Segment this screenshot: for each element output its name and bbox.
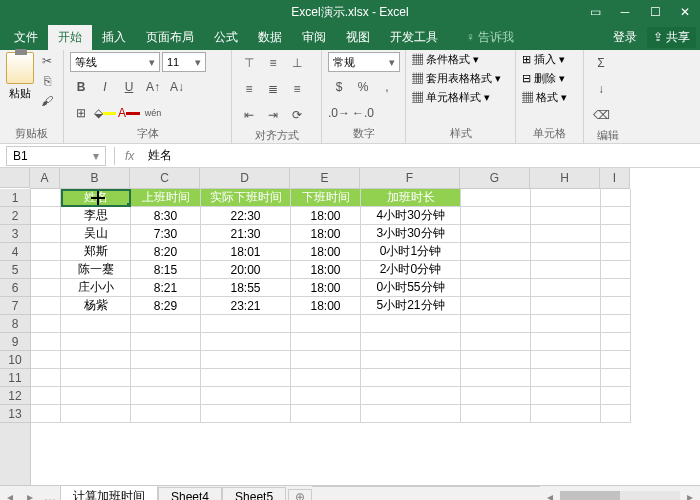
row-header[interactable]: 7 (0, 297, 30, 315)
cell[interactable] (361, 405, 461, 423)
cell[interactable] (201, 333, 291, 351)
cell[interactable] (461, 225, 531, 243)
cell[interactable]: 实际下班时间 (201, 189, 291, 207)
cell[interactable] (461, 261, 531, 279)
cell[interactable] (601, 189, 631, 207)
cell[interactable] (601, 279, 631, 297)
cell[interactable] (31, 225, 61, 243)
conditional-format-button[interactable]: ▦ 条件格式 ▾ (412, 52, 479, 67)
sheet-nav-more[interactable]: … (40, 490, 60, 501)
cell[interactable] (201, 351, 291, 369)
cell[interactable]: 庄小小 (61, 279, 131, 297)
bold-button[interactable]: B (70, 76, 92, 98)
italic-button[interactable]: I (94, 76, 116, 98)
cell[interactable]: 18:01 (201, 243, 291, 261)
cell[interactable]: 加班时长 (361, 189, 461, 207)
row-header[interactable]: 4 (0, 243, 30, 261)
select-all-corner[interactable] (0, 168, 30, 188)
hscroll-right[interactable]: ▸ (680, 490, 700, 501)
cell[interactable] (31, 405, 61, 423)
sheet-nav-prev[interactable]: ◂ (0, 490, 20, 501)
maximize-icon[interactable]: ☐ (640, 0, 670, 24)
tab-dev[interactable]: 开发工具 (380, 25, 448, 50)
cell[interactable] (31, 189, 61, 207)
cell[interactable] (31, 279, 61, 297)
cell[interactable] (31, 315, 61, 333)
cell[interactable] (201, 369, 291, 387)
format-cells-button[interactable]: ▦ 格式 ▾ (522, 90, 567, 105)
cell[interactable] (601, 315, 631, 333)
cell[interactable] (131, 369, 201, 387)
cell[interactable] (461, 315, 531, 333)
cell[interactable] (361, 333, 461, 351)
cell[interactable] (361, 315, 461, 333)
font-color-button[interactable]: A (118, 102, 140, 124)
row-header[interactable]: 3 (0, 225, 30, 243)
cell[interactable]: 4小时30分钟 (361, 207, 461, 225)
align-top-icon[interactable]: ⊤ (238, 52, 260, 74)
cell[interactable] (31, 351, 61, 369)
cell[interactable] (31, 243, 61, 261)
cell[interactable] (601, 351, 631, 369)
cell[interactable] (601, 243, 631, 261)
cell[interactable] (461, 279, 531, 297)
underline-button[interactable]: U (118, 76, 140, 98)
copy-icon[interactable]: ⎘ (38, 72, 56, 90)
row-header[interactable]: 9 (0, 333, 30, 351)
cell[interactable]: 21:30 (201, 225, 291, 243)
decrease-font-icon[interactable]: A↓ (166, 76, 188, 98)
hscroll-left[interactable]: ◂ (540, 490, 560, 501)
cell[interactable] (531, 405, 601, 423)
cell[interactable] (361, 351, 461, 369)
share-button[interactable]: ⇪ 共享 (647, 27, 696, 48)
cell[interactable] (531, 315, 601, 333)
cell[interactable] (291, 369, 361, 387)
cell[interactable] (31, 387, 61, 405)
cell[interactable] (61, 333, 131, 351)
cell[interactable] (601, 333, 631, 351)
tab-insert[interactable]: 插入 (92, 25, 136, 50)
indent-left-icon[interactable]: ⇤ (238, 104, 260, 126)
insert-cells-button[interactable]: ⊞ 插入 ▾ (522, 52, 565, 67)
autosum-icon[interactable]: Σ (590, 52, 612, 74)
cell[interactable]: 18:00 (291, 261, 361, 279)
cell[interactable]: 下班时间 (291, 189, 361, 207)
comma-icon[interactable]: , (376, 76, 398, 98)
add-sheet-button[interactable]: ⊕ (288, 489, 312, 501)
cell[interactable]: 郑斯 (61, 243, 131, 261)
tab-file[interactable]: 文件 (4, 25, 48, 50)
cell[interactable]: 5小时21分钟 (361, 297, 461, 315)
cell[interactable]: 3小时30分钟 (361, 225, 461, 243)
cell[interactable] (61, 315, 131, 333)
row-header[interactable]: 6 (0, 279, 30, 297)
font-name-combo[interactable]: 等线▾ (70, 52, 160, 72)
cell[interactable] (291, 405, 361, 423)
column-header[interactable]: D (200, 168, 290, 188)
column-header[interactable]: C (130, 168, 200, 188)
cell[interactable] (131, 315, 201, 333)
row-header[interactable]: 2 (0, 207, 30, 225)
cell[interactable]: 18:00 (291, 207, 361, 225)
cell-style-button[interactable]: ▦ 单元格样式 ▾ (412, 90, 490, 105)
column-header[interactable]: I (600, 168, 630, 188)
cell[interactable]: 8:15 (131, 261, 201, 279)
cell[interactable] (531, 189, 601, 207)
cell[interactable]: 0小时55分钟 (361, 279, 461, 297)
cell[interactable] (31, 297, 61, 315)
cell[interactable] (61, 369, 131, 387)
cell[interactable]: 李思 (61, 207, 131, 225)
cell[interactable] (461, 207, 531, 225)
column-header[interactable]: E (290, 168, 360, 188)
cell[interactable]: 18:00 (291, 297, 361, 315)
fill-color-button[interactable]: ⬙ (94, 102, 116, 124)
cell[interactable] (601, 387, 631, 405)
cell[interactable] (531, 297, 601, 315)
cell[interactable] (531, 279, 601, 297)
column-header[interactable]: A (30, 168, 60, 188)
cell[interactable]: 8:29 (131, 297, 201, 315)
align-middle-icon[interactable]: ≡ (262, 52, 284, 74)
row-header[interactable]: 1 (0, 189, 30, 207)
name-box[interactable]: B1▾ (6, 146, 106, 166)
increase-decimal-icon[interactable]: .0→ (328, 102, 350, 124)
cell[interactable] (461, 297, 531, 315)
